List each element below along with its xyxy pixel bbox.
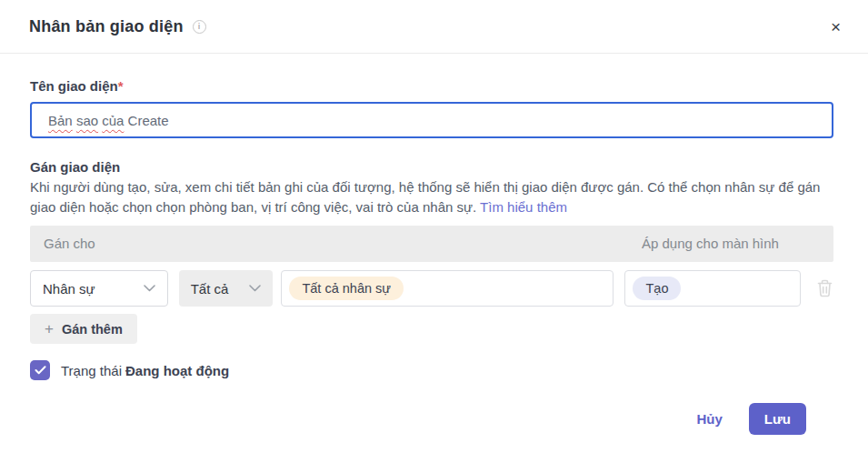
- learn-more-link[interactable]: Tìm hiểu thêm: [480, 199, 567, 215]
- name-word: Create: [128, 113, 169, 128]
- interface-name-value: Bản sao của Create: [48, 113, 169, 128]
- assign-table-header: Gán cho Áp dụng cho màn hình: [30, 226, 833, 262]
- name-word: sao: [76, 113, 98, 128]
- screen-tags-input[interactable]: Tạo: [624, 270, 801, 307]
- column-header-apply-screen: Áp dụng cho màn hình: [642, 226, 779, 262]
- assign-section-title: Gán giao diện: [30, 159, 833, 175]
- target-tag: Tất cả nhân sự: [289, 277, 404, 300]
- target-tags-input[interactable]: Tất cả nhân sự: [281, 270, 614, 307]
- name-word: của: [102, 113, 124, 128]
- required-asterisk: *: [118, 78, 124, 94]
- status-checkbox[interactable]: [30, 360, 50, 380]
- interface-name-label: Tên giao diện*: [30, 78, 833, 94]
- cancel-button[interactable]: Hủy: [696, 411, 722, 427]
- close-icon[interactable]: ×: [831, 18, 841, 35]
- plus-icon: +: [45, 321, 54, 337]
- status-label-value: Đang hoạt động: [125, 363, 229, 378]
- assign-description-text: Khi người dùng tạo, sửa, xem chi tiết bả…: [30, 179, 820, 215]
- target-type-select[interactable]: Nhân sự: [30, 270, 168, 307]
- scope-selected-value: Tất cả: [191, 281, 229, 297]
- page-title: Nhân bản giao diện: [29, 17, 184, 36]
- name-word: Bản: [48, 113, 73, 128]
- delete-row-button[interactable]: [816, 278, 833, 298]
- save-button[interactable]: Lưu: [749, 403, 806, 435]
- column-header-assign-to: Gán cho: [44, 226, 95, 262]
- info-icon[interactable]: i: [193, 20, 206, 34]
- interface-name-input[interactable]: Bản sao của Create: [30, 102, 833, 138]
- target-type-selected-value: Nhân sự: [43, 281, 95, 297]
- interface-name-label-text: Tên giao diện: [30, 78, 118, 94]
- status-row: Trạng tháiĐang hoạt động: [30, 360, 833, 380]
- status-label-prefix: Trạng thái: [61, 363, 122, 378]
- chevron-down-icon: [144, 285, 155, 292]
- assign-section-description: Khi người dùng tạo, sửa, xem chi tiết bả…: [30, 177, 833, 216]
- trash-icon: [816, 278, 833, 298]
- scope-select[interactable]: Tất cả: [179, 270, 274, 307]
- screen-tag: Tạo: [633, 277, 681, 300]
- assign-row: Nhân sự Tất cả Tất cả nhân sự Tạo: [30, 270, 833, 307]
- status-label: Trạng tháiĐang hoạt động: [61, 363, 229, 378]
- chevron-down-icon: [249, 285, 261, 292]
- check-icon: [35, 366, 46, 375]
- dialog-body: Tên giao diện* Bản sao của Create Gán gi…: [0, 78, 868, 435]
- add-assignment-button[interactable]: + Gán thêm: [30, 314, 137, 344]
- add-assignment-label: Gán thêm: [62, 322, 123, 337]
- dialog-footer: Hủy Lưu: [30, 403, 833, 435]
- dialog-header: Nhân bản giao diện i ×: [0, 0, 868, 54]
- duplicate-interface-dialog: Nhân bản giao diện i × Tên giao diện* Bả…: [0, 0, 868, 453]
